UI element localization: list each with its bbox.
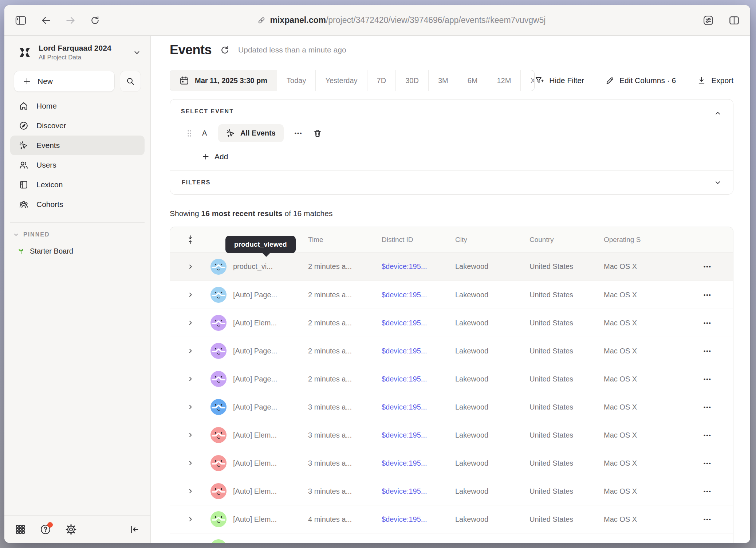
col-header-country[interactable]: Country [529, 236, 604, 244]
search-button[interactable] [120, 71, 141, 92]
event-avatar [210, 371, 227, 387]
table-row[interactable]: [Auto] Page... 2 minutes a... $device:19… [170, 337, 733, 365]
url-text: mixpanel.com/project/3472420/view/397469… [270, 15, 546, 25]
table-row[interactable]: [Auto] Page... 2 minutes a... $device:19… [170, 365, 733, 393]
range-yesterday[interactable]: Yesterday [315, 70, 367, 91]
page-settings-icon[interactable] [703, 15, 714, 26]
pinned-section-header[interactable]: PINNED [4, 223, 150, 238]
expand-row-icon[interactable] [188, 376, 193, 382]
col-header-os[interactable]: Operating S [604, 236, 683, 244]
cell-country: United States [529, 515, 604, 524]
collapse-all-rows-icon[interactable] [187, 235, 193, 244]
event-selector-chip[interactable]: All Events [218, 124, 284, 142]
reload-icon[interactable] [90, 16, 100, 25]
expand-row-icon[interactable] [188, 348, 193, 354]
table-row[interactable]: [Auto] Page... 2 minutes a... $device:19… [170, 281, 733, 309]
collapse-sidebar-icon[interactable] [129, 524, 139, 535]
filters-section[interactable]: FILTERS [170, 171, 733, 194]
table-row[interactable]: [Auto] Elem... 3 minutes a... $device:19… [170, 421, 733, 449]
address-bar[interactable]: mixpanel.com/project/3472420/view/397469… [100, 15, 703, 25]
expand-row-icon[interactable] [188, 292, 193, 298]
cell-distinct-id[interactable]: $device:195... [382, 515, 455, 524]
chevron-down-icon[interactable] [714, 179, 721, 186]
back-icon[interactable] [41, 16, 51, 25]
apps-grid-icon[interactable] [15, 524, 25, 535]
events-cursor-icon [226, 129, 235, 138]
range-30d[interactable]: 30D [395, 70, 428, 91]
range-3m[interactable]: 3M [428, 70, 458, 91]
sidebar-item-home[interactable]: Home [10, 96, 145, 116]
settings-gear-icon[interactable] [66, 524, 76, 535]
range-7d[interactable]: 7D [367, 70, 396, 91]
row-menu-icon[interactable]: ••• [683, 516, 733, 522]
col-header-city[interactable]: City [455, 236, 529, 244]
table-row[interactable]: [Auto] Page... 3 minutes a... $device:19… [170, 393, 733, 421]
row-menu-icon[interactable]: ••• [683, 320, 733, 326]
cell-distinct-id[interactable]: $device:195... [382, 375, 455, 383]
expand-row-icon[interactable] [188, 516, 193, 522]
cell-distinct-id[interactable]: $device:195... [382, 487, 455, 496]
expand-row-icon[interactable] [188, 432, 193, 438]
event-avatar [210, 455, 227, 471]
sidebar-item-lexicon[interactable]: Lexicon [10, 175, 145, 195]
date-picker-button[interactable]: Mar 11, 2025 3:30 pm [170, 70, 277, 91]
row-menu-icon[interactable]: ••• [683, 348, 733, 354]
sidebar-toggle-icon[interactable] [15, 16, 26, 25]
sidebar-item-cohorts[interactable]: Cohorts [10, 195, 145, 214]
expand-row-icon[interactable] [188, 264, 193, 270]
cell-distinct-id[interactable]: $device:195... [382, 319, 455, 327]
expand-row-icon[interactable] [188, 488, 193, 494]
new-button-label: New [38, 77, 53, 86]
export-button[interactable]: Export [697, 76, 733, 85]
row-menu-icon[interactable]: ••• [683, 460, 733, 466]
drag-handle-icon[interactable] [187, 129, 192, 138]
help-button[interactable] [40, 524, 51, 535]
new-button[interactable]: New [14, 71, 115, 92]
table-row[interactable]: [Auto] Elem... 4 minutes a... $device:19… [170, 505, 733, 533]
range-12m[interactable]: 12M [487, 70, 520, 91]
cell-distinct-id[interactable]: $device:195... [382, 403, 455, 411]
col-header-time[interactable]: Time [308, 236, 382, 244]
edit-columns-button[interactable]: Edit Columns · 6 [605, 76, 676, 85]
cell-os: Mac OS X [604, 459, 683, 467]
event-avatar [210, 539, 227, 543]
table-row[interactable]: [Auto] Elem... 2 minutes a... $device:19… [170, 309, 733, 337]
project-switcher[interactable]: Lord Farquaad 2024 All Project Data [4, 36, 150, 64]
hide-filter-button[interactable]: Hide Filter [535, 76, 584, 85]
collapse-section-icon[interactable] [714, 110, 721, 117]
event-row-menu-icon[interactable]: ••• [295, 130, 303, 136]
cell-distinct-id[interactable]: $device:195... [382, 291, 455, 299]
row-menu-icon[interactable]: ••• [683, 488, 733, 494]
sidebar-item-users[interactable]: Users [10, 155, 145, 175]
row-menu-icon[interactable]: ••• [683, 263, 733, 270]
cell-distinct-id[interactable]: $device:195... [382, 431, 455, 439]
cell-distinct-id[interactable]: $device:195... [382, 347, 455, 355]
table-row[interactable]: [Auto] Elem... 3 minutes a... $device:19… [170, 477, 733, 505]
row-menu-icon[interactable]: ••• [683, 376, 733, 382]
refresh-icon[interactable] [220, 46, 229, 55]
row-menu-icon[interactable]: ••• [683, 404, 733, 410]
range-today[interactable]: Today [277, 70, 315, 91]
sidebar-item-discover[interactable]: Discover [10, 116, 145, 136]
row-menu-icon[interactable]: ••• [683, 432, 733, 438]
expand-row-icon[interactable] [188, 320, 193, 326]
expand-row-icon[interactable] [188, 404, 193, 410]
cell-os: Mac OS X [604, 262, 683, 271]
range-6m[interactable]: 6M [458, 70, 487, 91]
pinned-item-starter-board[interactable]: Starter Board [4, 238, 150, 255]
range-xtd[interactable]: XTD [520, 70, 535, 91]
expand-row-icon[interactable] [188, 460, 193, 466]
sidebar-item-events[interactable]: Events [10, 136, 145, 155]
select-event-label: SELECT EVENT [181, 108, 722, 115]
table-row-partial[interactable]: ••• [170, 533, 733, 543]
table-row[interactable]: [Auto] Elem... 3 minutes a... $device:19… [170, 449, 733, 477]
col-header-distinct-id[interactable]: Distinct ID [382, 236, 455, 244]
cell-distinct-id[interactable]: $device:195... [382, 459, 455, 467]
table-row[interactable]: product_vi... 2 minutes a... $device:195… [170, 253, 733, 281]
add-event-button[interactable]: Add [181, 152, 228, 161]
cell-distinct-id[interactable]: $device:195... [382, 262, 455, 271]
trash-icon[interactable] [313, 129, 322, 138]
cell-event-name: [Auto] Page... [233, 291, 308, 299]
split-view-icon[interactable] [729, 16, 739, 25]
row-menu-icon[interactable]: ••• [683, 292, 733, 298]
